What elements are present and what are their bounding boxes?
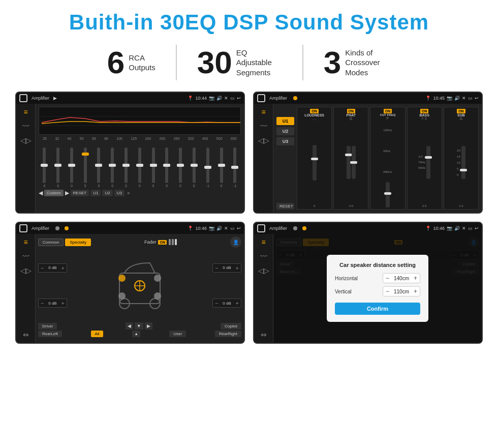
minus-bottomright[interactable]: − [215, 300, 218, 306]
on-badge-sub[interactable]: ON [457, 109, 465, 113]
time-4: 10:46 [433, 226, 445, 231]
horizontal-minus[interactable]: − [386, 275, 389, 282]
car-svg [107, 258, 173, 314]
u2-button-eq[interactable]: U2 [102, 190, 112, 196]
screenshots-grid: Amplifier ▶ 📍 10:44 📷 🔊 ✕ ▭ ↩ ≡ 〰 ◁▷ [15, 92, 483, 344]
confirm-button[interactable]: Confirm [335, 303, 420, 315]
sidebar-speaker-icon-3[interactable]: ◁▷ [20, 266, 32, 275]
rearleft-btn-3[interactable]: RearLeft [38, 331, 62, 337]
user-btn-3[interactable]: User [169, 331, 186, 337]
volume-icon-4: 🔊 [454, 226, 460, 231]
home-icon-4[interactable] [257, 224, 265, 232]
sidebar-eq-icon-3[interactable]: ≡ [23, 238, 27, 246]
sidebar-wave-icon-2[interactable]: 〰 [260, 122, 267, 130]
time-3: 10:46 [195, 226, 207, 231]
sidebar-eq-icon-4[interactable]: ≡ [261, 238, 265, 246]
slider-6: 0 [124, 147, 128, 188]
back-icon-4[interactable]: ↩ [475, 226, 479, 231]
reset-button-eq[interactable]: RESET [71, 190, 89, 196]
u1-btn-cross[interactable]: U1 [276, 117, 294, 125]
sidebar-arrows-icon-4[interactable]: ⇔ [261, 331, 267, 339]
plus-topleft[interactable]: + [61, 265, 64, 271]
sidebar-speaker-icon-4[interactable]: ◁▷ [258, 266, 269, 275]
db-control-bottomright[interactable]: − 0 dB + [212, 298, 241, 308]
channel-sub: ON SUB G 20151050 [444, 107, 479, 210]
dot-indicator-3b [65, 226, 69, 230]
custom-button[interactable]: Custom [44, 190, 64, 196]
main-fader-area: Common Specialty Fader ON [36, 234, 244, 343]
sidebar-wave-icon[interactable]: 〰 [22, 122, 29, 130]
fader-on-badge[interactable]: ON [158, 240, 167, 245]
sidebar-wave-icon-4[interactable]: 〰 [260, 252, 267, 260]
right-arrow-btn[interactable]: ▶ [145, 322, 152, 330]
u1-button-eq[interactable]: U1 [90, 190, 101, 196]
settings-btn-3[interactable]: 👤 [230, 236, 241, 248]
bass-slider[interactable] [426, 146, 430, 179]
db-control-topright[interactable]: − 0 dB + [212, 263, 241, 273]
home-icon-2[interactable] [257, 94, 265, 102]
screen-content-4: ≡ 〰 ◁▷ ⇔ Common Specialty ON 👤 [254, 234, 482, 343]
vertical-plus[interactable]: + [414, 288, 417, 295]
play-indicator-1: ▶ [53, 96, 57, 101]
fader-main-content: − 0 dB + − 0 dB + [38, 250, 241, 321]
on-badge-bass[interactable]: ON [420, 109, 429, 113]
back-icon-2[interactable]: ↩ [475, 96, 479, 101]
sidebar-eq-icon[interactable]: ≡ [23, 108, 27, 116]
sidebar-eq-icon-2[interactable]: ≡ [261, 108, 265, 116]
u3-button-eq[interactable]: U3 [114, 190, 124, 196]
back-icon-1[interactable]: ↩ [237, 96, 241, 101]
sub-slider[interactable] [461, 146, 465, 179]
minus-bottomleft[interactable]: − [41, 300, 44, 306]
sidebar-speaker-icon-2[interactable]: ◁▷ [258, 136, 269, 144]
loudness-slider-thumb [311, 158, 318, 160]
tab-specialty-3[interactable]: Specialty [65, 238, 90, 246]
fader-screen: Amplifier 📍 10:46 📷 🔊 ✕ ▭ ↩ ≡ 〰 [15, 222, 245, 344]
copilot-btn-3[interactable]: Copilot [221, 323, 241, 330]
horizontal-control[interactable]: − 140cm + [383, 273, 420, 283]
sidebar-arrows-icon-3[interactable]: ⇔ [23, 331, 29, 339]
reset-btn-cross[interactable]: RESET [276, 203, 294, 210]
eq-graph [39, 107, 241, 135]
fader-label: Fader [144, 240, 157, 245]
on-badge-phat[interactable]: ON [347, 109, 356, 113]
tab-common-3[interactable]: Common [38, 238, 64, 246]
volume-icon-3: 🔊 [216, 226, 222, 231]
plus-bottomleft[interactable]: + [61, 300, 64, 306]
plus-topright[interactable]: + [236, 265, 239, 271]
sidebar-wave-icon-3[interactable]: 〰 [22, 252, 29, 260]
rearright-btn-3[interactable]: RearRight [215, 331, 241, 337]
slider-11: 0 [193, 147, 196, 188]
sidebar-speaker-icon[interactable]: ◁▷ [20, 136, 32, 144]
camera-icon-1: 📷 [209, 96, 214, 101]
on-badge-cutfreq[interactable]: ON [384, 109, 392, 113]
horizontal-plus[interactable]: + [414, 275, 417, 282]
loudness-slider-track[interactable] [313, 145, 317, 181]
plus-bottomright[interactable]: + [236, 300, 239, 306]
driver-btn-3[interactable]: Driver [38, 323, 57, 330]
home-icon-3[interactable] [19, 224, 27, 232]
vertical-minus[interactable]: − [386, 288, 389, 295]
back-icon-3[interactable]: ↩ [237, 226, 241, 231]
u3-btn-cross[interactable]: U3 [276, 137, 294, 145]
main-eq-area: 2532 4050 6380 100125 160200 250320 4005… [36, 104, 244, 213]
u2-btn-cross[interactable]: U2 [276, 127, 294, 135]
all-btn-3[interactable]: All [91, 331, 104, 337]
phat-slider-f[interactable] [352, 146, 356, 179]
vertical-control[interactable]: − 110cm + [383, 286, 420, 296]
next-button[interactable]: ▶ [65, 190, 69, 196]
db-control-topleft[interactable]: − 0 dB + [38, 263, 67, 273]
prev-button[interactable]: ◀ [39, 190, 43, 196]
home-icon-1[interactable] [19, 94, 27, 102]
left-arrow-btn[interactable]: ◀ [126, 322, 133, 330]
on-badge-loudness[interactable]: ON [310, 109, 319, 113]
up-arrow-btn[interactable]: ▲ [132, 331, 140, 337]
down-arrow-btn[interactable]: ▼ [135, 322, 143, 330]
time-2: 10:45 [433, 96, 445, 101]
dot-indicator-4 [293, 226, 297, 230]
minus-topright[interactable]: − [215, 265, 218, 271]
val-bottomright: 0 dB [220, 301, 234, 306]
stat-crossover: 3 Kinds ofCrossover Modes [303, 47, 411, 78]
cutfreq-slider[interactable] [386, 182, 390, 207]
minus-topleft[interactable]: − [41, 265, 44, 271]
db-control-bottomleft[interactable]: − 0 dB + [38, 298, 67, 308]
